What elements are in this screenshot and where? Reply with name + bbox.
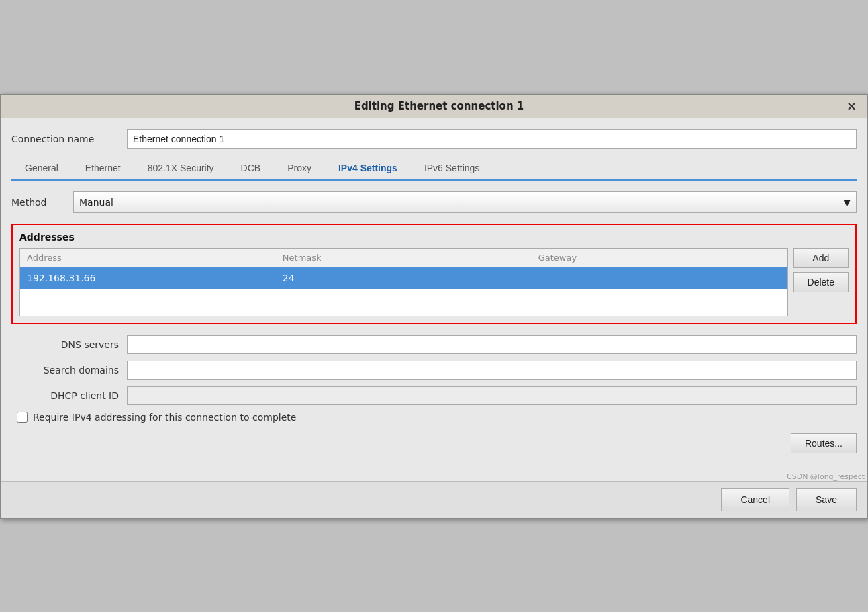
tab-ipv6[interactable]: IPv6 Settings	[411, 157, 493, 181]
table-empty-row	[20, 289, 787, 316]
cancel-button[interactable]: Cancel	[721, 488, 789, 511]
dhcp-client-id-row: DHCP client ID	[11, 386, 857, 405]
connection-name-label: Connection name	[11, 134, 119, 144]
window-title: Editing Ethernet connection 1	[32, 100, 847, 112]
require-ipv4-checkbox[interactable]	[17, 412, 28, 423]
tab-general[interactable]: General	[11, 157, 72, 181]
main-window: Editing Ethernet connection 1 × Connecti…	[0, 94, 868, 519]
titlebar: Editing Ethernet connection 1 ×	[1, 95, 867, 118]
table-header: Address Netmask Gateway	[20, 249, 787, 267]
tab-ipv4[interactable]: IPv4 Settings	[325, 157, 411, 181]
addresses-title: Addresses	[19, 232, 849, 243]
cell-netmask: 24	[276, 267, 532, 289]
addresses-buttons: Add Delete	[793, 248, 849, 316]
tabs-bar: General Ethernet 802.1X Security DCB Pro…	[11, 157, 857, 181]
add-button[interactable]: Add	[793, 248, 849, 268]
close-button[interactable]: ×	[847, 100, 857, 112]
delete-button[interactable]: Delete	[793, 272, 849, 292]
table-row[interactable]: 192.168.31.66 24	[20, 267, 787, 289]
dns-servers-input[interactable]	[127, 335, 857, 354]
method-arrow: ▼	[843, 197, 851, 208]
method-select[interactable]: Manual ▼	[73, 191, 857, 213]
addresses-table: Address Netmask Gateway 192.168.31.66 24	[19, 248, 788, 316]
tab-proxy[interactable]: Proxy	[274, 157, 325, 181]
tab-dcb[interactable]: DCB	[228, 157, 275, 181]
dhcp-client-id-input[interactable]	[127, 386, 857, 405]
main-content: Connection name General Ethernet 802.1X …	[1, 118, 867, 475]
search-domains-input[interactable]	[127, 361, 857, 380]
cell-address: 192.168.31.66	[20, 267, 276, 289]
dns-servers-label: DNS servers	[11, 339, 119, 350]
save-button[interactable]: Save	[796, 488, 857, 511]
require-ipv4-label: Require IPv4 addressing for this connect…	[33, 412, 296, 423]
col-header-address: Address	[20, 249, 276, 267]
addresses-section: Addresses Address Netmask Gateway 192.16…	[11, 224, 857, 324]
tab-security[interactable]: 802.1X Security	[134, 157, 228, 181]
checkbox-row: Require IPv4 addressing for this connect…	[11, 412, 857, 423]
col-header-gateway: Gateway	[532, 249, 787, 267]
dhcp-client-id-label: DHCP client ID	[11, 390, 119, 401]
connection-name-input[interactable]	[127, 129, 857, 149]
tab-ethernet[interactable]: Ethernet	[72, 157, 134, 181]
col-header-netmask: Netmask	[276, 249, 532, 267]
search-domains-label: Search domains	[11, 365, 119, 376]
routes-button[interactable]: Routes...	[791, 433, 857, 453]
dns-servers-row: DNS servers	[11, 335, 857, 354]
addresses-container: Address Netmask Gateway 192.168.31.66 24	[19, 248, 849, 316]
method-row: Method Manual ▼	[11, 191, 857, 213]
routes-row: Routes...	[11, 433, 857, 453]
bottom-bar: Cancel Save	[1, 481, 867, 518]
cell-gateway	[532, 267, 787, 289]
method-label: Method	[11, 197, 65, 208]
search-domains-row: Search domains	[11, 361, 857, 380]
connection-name-row: Connection name	[11, 129, 857, 149]
method-value: Manual	[79, 197, 113, 208]
watermark: CSDN @long_respect	[1, 472, 867, 481]
